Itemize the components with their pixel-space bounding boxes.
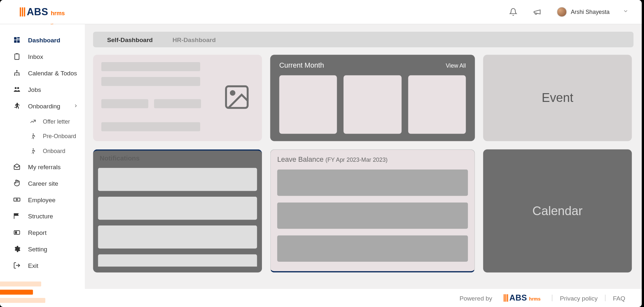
skeleton-line <box>101 77 200 86</box>
month-tile[interactable] <box>344 75 401 134</box>
month-tile[interactable] <box>408 75 466 134</box>
sidebar-item-label: Dashboard <box>28 37 61 44</box>
sidebar-item-label: Structure <box>28 213 53 220</box>
sidebar-item-my-referrals[interactable]: My referrals <box>0 159 85 175</box>
skeleton-line <box>101 122 200 131</box>
decor-blob <box>0 274 50 307</box>
bell-icon[interactable] <box>509 8 517 16</box>
sidebar-item-report[interactable]: Report <box>0 224 85 241</box>
notification-row[interactable] <box>98 225 257 248</box>
current-month-title: Current Month <box>279 61 324 70</box>
leave-row[interactable] <box>277 203 468 229</box>
svg-point-15 <box>16 199 17 200</box>
exit-run-icon <box>13 102 21 109</box>
sidebar-item-jobs[interactable]: Jobs <box>0 81 85 98</box>
tab-self-dashboard[interactable]: Self-Dashboard <box>107 36 153 43</box>
sidebar-item-label: Inbox <box>28 53 43 60</box>
view-all-link[interactable]: View All <box>446 62 466 69</box>
leave-row[interactable] <box>277 170 468 196</box>
user-name: Arshi Shayesta <box>571 9 610 15</box>
leave-row[interactable] <box>277 236 468 262</box>
walk-icon <box>30 148 36 154</box>
cash-icon <box>13 196 21 203</box>
event-title: Event <box>542 91 573 105</box>
svg-point-19 <box>231 91 234 95</box>
svg-point-7 <box>16 74 17 76</box>
svg-rect-17 <box>15 232 17 234</box>
tab-hr-dashboard[interactable]: HR-Dashboard <box>173 36 216 43</box>
sidebar-item-label: Report <box>28 229 47 236</box>
profile-card <box>93 55 262 141</box>
brand-abs: ABS <box>27 6 48 18</box>
gear-icon <box>13 245 21 253</box>
sidebar-item-setting[interactable]: Setting <box>0 241 85 257</box>
svg-rect-14 <box>14 198 20 201</box>
brand-hrms: hrms <box>51 10 65 16</box>
notifications-title: Notifications <box>93 151 262 165</box>
calendar-title: Calendar <box>532 204 582 218</box>
notification-row[interactable] <box>98 197 257 220</box>
skeleton-line <box>154 99 201 108</box>
sidebar-item-label: Exit <box>28 262 39 269</box>
calendar-card[interactable]: Calendar <box>483 149 632 272</box>
month-tile[interactable] <box>279 75 337 134</box>
sidebar-sub-onboard[interactable]: Onboard <box>0 144 85 159</box>
sidebar-sub-label: Offer letter <box>43 118 70 125</box>
sidebar-sub-offer-letter[interactable]: Offer letter <box>0 114 85 129</box>
sidebar-item-career-site[interactable]: Career site <box>0 175 85 192</box>
leave-balance-title: Leave Balance <box>277 156 323 163</box>
people-icon <box>13 86 21 93</box>
leave-balance-sub: (FY Apr 2023-Mar 2023) <box>325 156 388 163</box>
notification-row[interactable] <box>98 254 257 267</box>
walk-icon <box>30 133 36 139</box>
header: ABS hrms The Compliance Evangelist Arshi… <box>0 0 642 24</box>
sidebar-sub-label: Pre-Onboard <box>43 133 76 139</box>
sidebar-item-employee[interactable]: Employee <box>0 192 85 208</box>
sitemap-icon <box>13 69 21 77</box>
skeleton-line <box>101 99 148 108</box>
sidebar-item-structure[interactable]: Structure <box>0 208 85 224</box>
powered-by-label: Powered by <box>459 294 492 302</box>
sidebar-item-dashboard[interactable]: Dashboard <box>0 32 85 48</box>
svg-rect-3 <box>14 40 17 43</box>
faq-link[interactable]: FAQ <box>613 294 625 302</box>
sidebar-item-label: Career site <box>28 180 58 187</box>
svg-rect-4 <box>17 40 20 43</box>
svg-point-12 <box>33 134 34 135</box>
sidebar-item-onboarding[interactable]: Onboarding <box>0 97 85 114</box>
dashboard-tabs: Self-DashboardHR-Dashboard <box>93 32 633 47</box>
sidebar: DashboardInboxCalendar & TodosJobsOnboar… <box>0 24 85 307</box>
privacy-link[interactable]: Privacy policy <box>560 294 598 302</box>
sidebar-item-inbox[interactable]: Inbox <box>0 48 85 65</box>
sidebar-item-calendar-todos[interactable]: Calendar & Todos <box>0 65 85 81</box>
footer-logo[interactable]: ABS hrms <box>503 293 540 302</box>
hand-icon <box>13 180 21 187</box>
sidebar-item-label: Employee <box>28 196 56 203</box>
current-month-card: Current Month View All <box>270 55 475 141</box>
flag-icon <box>13 212 21 220</box>
envelope-open-icon <box>13 163 21 170</box>
brand-logo[interactable]: ABS hrms The Compliance Evangelist <box>20 6 65 18</box>
notification-row[interactable] <box>98 168 257 191</box>
trend-up-icon <box>30 118 36 125</box>
user-menu[interactable]: Arshi Shayesta <box>557 7 629 17</box>
logout-icon <box>13 262 21 269</box>
sidebar-item-exit[interactable]: Exit <box>0 257 85 274</box>
sidebar-sub-label: Onboard <box>43 148 65 154</box>
svg-point-8 <box>18 74 20 76</box>
sidebar-item-label: Onboarding <box>28 102 61 109</box>
event-card[interactable]: Event <box>483 55 632 141</box>
notifications-card: Notifications <box>93 149 262 272</box>
badge-icon <box>13 229 21 236</box>
svg-point-6 <box>14 74 16 76</box>
skeleton-line <box>101 62 200 71</box>
sidebar-item-label: Jobs <box>28 86 41 93</box>
sidebar-item-label: Setting <box>28 246 47 253</box>
sidebar-sub-pre-onboard[interactable]: Pre-Onboard <box>0 129 85 144</box>
avatar <box>557 7 567 17</box>
svg-point-10 <box>17 87 19 89</box>
svg-point-13 <box>33 148 34 149</box>
clipboard-icon <box>13 53 21 60</box>
megaphone-icon[interactable] <box>533 8 541 16</box>
sidebar-item-label: Calendar & Todos <box>28 69 77 76</box>
